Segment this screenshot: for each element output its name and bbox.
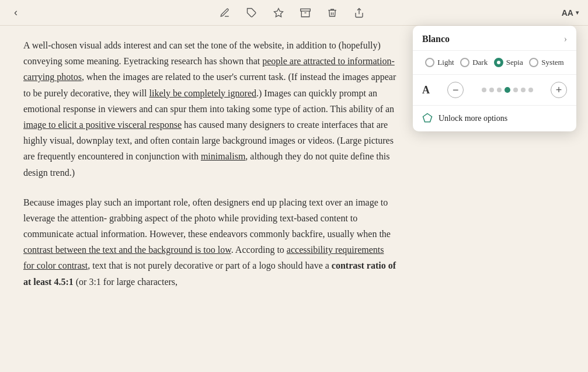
theme-option-dark[interactable]: Dark [460,58,488,67]
link-likely-ignored[interactable]: likely be completely ignored [149,88,256,98]
theme-option-sepia[interactable]: Sepia [494,58,523,67]
svg-marker-1 [274,8,283,16]
aa-label: AA [562,8,573,18]
radio-light[interactable] [425,58,434,67]
theme-option-light[interactable]: Light [425,58,454,67]
radio-dark[interactable] [460,58,469,67]
theme-option-system[interactable]: System [529,58,563,67]
font-decrease-button[interactable]: − [447,82,464,98]
dot-3 [497,88,502,92]
toolbar: ‹ [0,0,588,26]
popup-title: Blanco [422,34,450,44]
link-people-attracted[interactable]: people are attracted to information-carr… [23,56,395,82]
share-icon[interactable] [352,5,367,20]
popup-header: Blanco › [413,26,576,51]
link-minimalism[interactable]: minimalism [201,151,245,161]
pen-icon[interactable] [217,5,232,20]
theme-dark-label: Dark [472,58,488,67]
diamond-icon [422,113,434,124]
svg-marker-5 [423,114,432,122]
dot-4-active [505,87,510,93]
dot-1 [482,88,486,92]
radio-system[interactable] [529,58,538,67]
font-size-dots [482,87,533,93]
unlock-label: Unlock more options [439,114,507,123]
dot-6 [521,88,526,92]
back-button[interactable]: ‹ [9,4,22,21]
toolbar-center [217,5,367,20]
dot-7 [528,88,533,92]
font-size-row: A − + [413,75,576,106]
dot-2 [489,88,494,92]
article-content: A well-chosen visual adds interest and c… [0,26,420,315]
theme-light-label: Light [437,58,454,67]
font-increase-button[interactable]: + [551,82,567,98]
toolbar-left: ‹ [9,4,22,21]
unlock-row[interactable]: Unlock more options [413,106,576,131]
inbox-icon[interactable] [298,5,313,20]
link-contrast[interactable]: contrast between the text and the backgr… [23,245,231,255]
trash-icon[interactable] [325,5,340,20]
radio-sepia[interactable] [494,58,503,67]
star-icon[interactable] [271,5,286,20]
dot-5 [513,88,518,92]
toolbar-right: AA ▾ [562,8,579,18]
theme-sepia-label: Sepia [506,58,523,67]
paragraph-1: A well-chosen visual adds interest and c… [23,37,397,180]
svg-rect-2 [301,9,311,11]
aa-button[interactable]: AA ▾ [562,8,579,18]
tag-icon[interactable] [244,5,259,20]
theme-system-label: System [541,58,563,67]
paragraph-2: Because images play such an important ro… [23,194,397,290]
chevron-down-icon: ▾ [576,9,579,16]
settings-popup: Blanco › Light Dark Sepia System A − [413,26,576,131]
link-elicit-response[interactable]: image to elicit a positive visceral resp… [23,120,182,130]
theme-selector-row: Light Dark Sepia System [413,51,576,75]
font-size-letter: A [422,84,430,96]
popup-chevron-icon[interactable]: › [564,34,567,44]
